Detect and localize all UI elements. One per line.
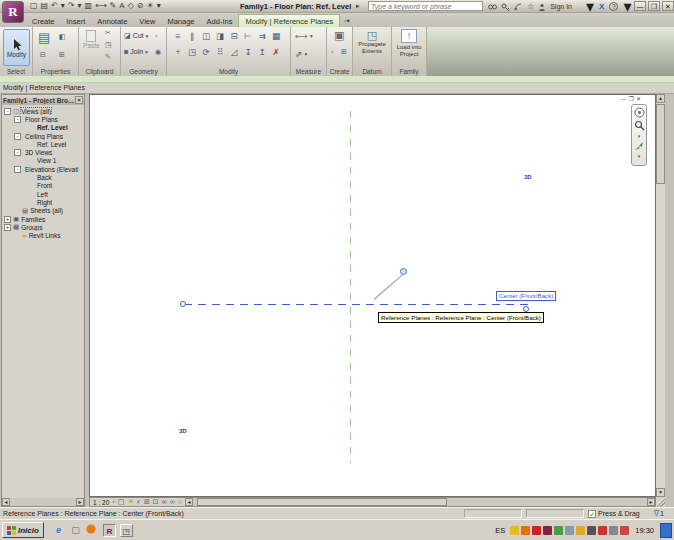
pencil-icon[interactable]: ✎ <box>110 1 117 11</box>
measure-button[interactable]: ⟷ ▾ <box>295 31 313 41</box>
crop-region-icon[interactable]: ⊡ <box>153 498 159 506</box>
tray-icon[interactable] <box>565 526 574 535</box>
taskbar-clock[interactable]: 19:30 <box>635 526 654 535</box>
ref-plane-end-grip-left[interactable] <box>180 301 186 307</box>
panel-label-measure[interactable]: Measure <box>291 67 326 76</box>
tray-icon[interactable] <box>598 526 607 535</box>
view-minimize-icon[interactable]: — <box>621 96 627 102</box>
panel-label-properties[interactable]: Properties <box>33 67 78 76</box>
drawing-area[interactable]: — ❐ ✕ ▾ ▾ <box>89 94 656 497</box>
create[interactable]: Create <box>26 15 61 27</box>
search-input[interactable] <box>368 1 483 11</box>
tree-revit-links[interactable]: ∞ Revit Links <box>2 231 84 239</box>
align-icon[interactable]: ≡ <box>171 29 185 45</box>
wall-joins-icon[interactable]: ▦ <box>269 29 283 45</box>
zoom-dropdown-icon[interactable]: ▾ <box>638 133 641 139</box>
tray-icon[interactable] <box>609 526 618 535</box>
extent-3d-marker-top[interactable]: 3D <box>524 174 532 180</box>
tray-icon[interactable] <box>620 526 629 535</box>
tree-ceiling-plans[interactable]: - Ceiling Plans <box>2 132 84 140</box>
project-browser-close-icon[interactable]: × <box>75 96 83 104</box>
sign-in-person-icon[interactable] <box>538 3 546 11</box>
copy-icon[interactable]: ◳ <box>185 45 199 61</box>
add-ins[interactable]: Add-Ins <box>201 15 239 27</box>
close-button[interactable]: ✕ <box>662 1 674 11</box>
tree-expander-icon[interactable]: - <box>14 133 21 140</box>
media-player-icon[interactable] <box>86 524 99 537</box>
measure-icon[interactable]: ⟷ <box>95 1 106 11</box>
rotate-icon[interactable]: ⟳ <box>199 45 213 61</box>
tray-icon[interactable] <box>543 526 552 535</box>
qat-customize-icon[interactable]: ▾ <box>157 1 161 11</box>
pin-icon[interactable]: ↧ <box>241 45 255 61</box>
scroll-right-icon[interactable]: ► <box>647 498 655 506</box>
mirror-axis-icon[interactable]: ◫ <box>199 29 213 45</box>
application-menu-button[interactable]: R <box>2 1 24 23</box>
tree-expander-icon[interactable]: - <box>4 108 11 115</box>
match-properties-icon[interactable]: ✎ <box>105 53 111 61</box>
tree-sheets-all[interactable]: ▤ Sheets (all) <box>2 207 84 215</box>
lightbulb-icon[interactable]: ○ <box>178 498 182 506</box>
move-icon[interactable]: + <box>171 45 185 61</box>
project-browser-titlebar[interactable]: Family1 - Project Bro... × <box>2 95 84 105</box>
text-icon[interactable]: A <box>119 1 124 11</box>
view-close-icon[interactable]: ✕ <box>636 96 641 102</box>
tree-ref-level-floor[interactable]: Ref. Level <box>2 124 84 132</box>
tree-families[interactable]: + ▣ Families <box>2 215 84 223</box>
start-button[interactable]: Inicio <box>2 522 44 538</box>
scroll-up-icon[interactable]: ▲ <box>656 94 665 103</box>
mirror-pick-icon[interactable]: ◨ <box>213 29 227 45</box>
scale-icon[interactable]: ◿ <box>227 45 241 61</box>
insert[interactable]: Insert <box>61 15 92 27</box>
help-icon[interactable]: ? <box>609 2 618 11</box>
pan-icon[interactable] <box>634 141 644 151</box>
create-similar-icon[interactable]: ▫ <box>331 47 333 56</box>
family-types-icon[interactable]: ⊟ <box>40 50 46 59</box>
revit-taskbar-button[interactable]: R <box>103 524 116 537</box>
manage[interactable]: Manage <box>161 15 200 27</box>
scroll-left-icon[interactable]: ◄ <box>2 498 10 506</box>
split-icon[interactable]: ⊟ <box>227 29 241 45</box>
restore-button[interactable]: ❐ <box>648 1 660 11</box>
scroll-down-icon[interactable]: ▼ <box>656 488 665 497</box>
undo-icon[interactable]: ↶ <box>51 1 58 11</box>
family-parameters-icon[interactable]: ⊞ <box>59 50 65 59</box>
tray-icon[interactable] <box>554 526 563 535</box>
rotate-drag-handle[interactable] <box>400 268 407 275</box>
tab-modify-reference-planes[interactable]: Modify | Reference Planes <box>238 14 340 27</box>
vertical-scroll-thumb[interactable] <box>656 104 665 184</box>
family-category-icon[interactable]: ◧ <box>59 32 66 41</box>
unpin-icon[interactable]: ↥ <box>255 45 269 61</box>
exchange-apps-icon[interactable]: X <box>599 2 604 11</box>
delete-icon[interactable]: ✗ <box>269 45 283 61</box>
ribbon-minimize-icon[interactable]: ▫▾ <box>340 15 354 27</box>
navbar-dropdown-icon[interactable]: ▾ <box>638 153 641 159</box>
view[interactable]: View <box>133 15 161 27</box>
press-and-drag-toggle[interactable]: ✓ Press & Drag <box>588 510 640 518</box>
tree-3d-views[interactable]: - 3D Views <box>2 148 84 156</box>
array-icon[interactable]: ⠿ <box>213 45 227 61</box>
tree-expander-icon[interactable]: - <box>14 116 21 123</box>
save-icon[interactable]: ▤ <box>41 1 49 11</box>
extent-3d-marker-bottom[interactable]: 3D <box>179 428 187 434</box>
view-restore-icon[interactable]: ❐ <box>629 96 634 102</box>
tree-front[interactable]: Front <box>2 182 84 190</box>
browser-horizontal-scrollbar[interactable]: ◄ ► <box>2 498 84 506</box>
tree-elevations[interactable]: - Elevations (Elevati <box>2 165 84 173</box>
tree-views-all[interactable]: - ◫ Views (all) <box>2 107 84 115</box>
redo-dropdown-icon[interactable]: ▾ <box>78 1 82 11</box>
resize-grip[interactable] <box>656 497 665 507</box>
scroll-left-icon[interactable]: ◄ <box>185 498 193 506</box>
shadows-icon[interactable]: ◐ <box>137 498 141 506</box>
cut-icon[interactable]: ✂ <box>105 29 111 37</box>
tray-icon[interactable] <box>576 526 585 535</box>
modify-button[interactable]: Modify <box>3 29 30 66</box>
sun-path-icon[interactable]: ☀ <box>147 1 154 11</box>
tray-icon[interactable] <box>532 526 541 535</box>
tree-groups[interactable]: + ▦ Groups <box>2 223 84 231</box>
tree-left[interactable]: Left <box>2 190 84 198</box>
paint-icon[interactable]: ◉ <box>155 47 161 56</box>
beam-joins-icon[interactable]: ▫ <box>155 31 157 40</box>
language-indicator[interactable]: ES <box>493 525 507 536</box>
checkbox-checked-icon[interactable]: ✓ <box>588 510 596 518</box>
